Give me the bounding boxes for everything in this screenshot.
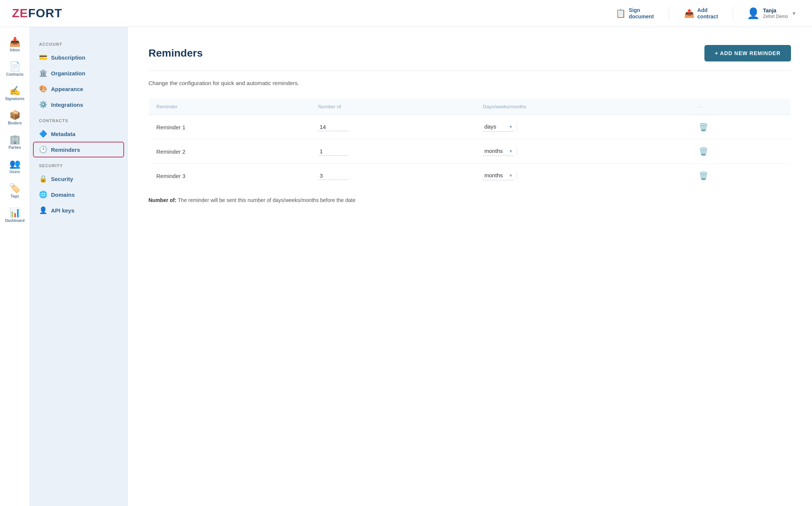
delete-reminder-1-button[interactable]: 🗑️ bbox=[697, 121, 710, 133]
metadata-label: Metadata bbox=[51, 131, 75, 137]
reminder-1-period-cell: days weeks months ▾ bbox=[475, 115, 690, 139]
reminder-2-period-cell: days weeks months ▾ bbox=[475, 139, 690, 164]
security-section-title: SECURITY bbox=[30, 157, 127, 171]
user-name: Tanja bbox=[763, 7, 788, 14]
reminder-2-number-cell bbox=[311, 139, 475, 164]
reminder-1-actions: 🗑️ bbox=[690, 115, 791, 139]
reminders-label: Reminders bbox=[51, 147, 80, 153]
reminder-3-period-cell: days weeks months ▾ bbox=[475, 164, 690, 188]
nav-sidebar: ACCOUNT 💳 Subscription 🏛️ Organization 🎨… bbox=[30, 27, 127, 506]
sidebar-item-inbox[interactable]: 📥 Inbox bbox=[2, 33, 28, 56]
subscription-label: Subscription bbox=[51, 54, 85, 61]
organization-label: Organization bbox=[51, 70, 85, 76]
sidebar-item-parties[interactable]: 🏢 Parties bbox=[2, 130, 28, 153]
reminder-1-number-cell bbox=[311, 115, 475, 139]
organization-icon: 🏛️ bbox=[39, 69, 47, 77]
th-number-of: Number of bbox=[311, 99, 475, 115]
reminder-2-label: Reminder 2 bbox=[149, 139, 311, 164]
delete-reminder-2-button[interactable]: 🗑️ bbox=[697, 145, 710, 157]
delete-reminder-3-button[interactable]: 🗑️ bbox=[697, 170, 710, 182]
integrations-icon: ⚙️ bbox=[39, 100, 47, 109]
reminders-icon: 🕐 bbox=[39, 145, 47, 154]
reminder-3-actions: 🗑️ bbox=[690, 164, 791, 188]
domains-icon: 🌐 bbox=[39, 190, 47, 199]
tags-icon: 🏷️ bbox=[9, 183, 21, 193]
sidebar-item-tags[interactable]: 🏷️ Tags bbox=[2, 179, 28, 202]
add-new-reminder-button[interactable]: + ADD NEW REMINDER bbox=[704, 45, 791, 61]
reminder-3-number-cell bbox=[311, 164, 475, 188]
subscription-icon: 💳 bbox=[39, 53, 47, 61]
topnav-actions: 📋 Signdocument 📤 Addcontract 👤 Tanja Zef… bbox=[610, 4, 800, 23]
period-divider-1 bbox=[517, 123, 517, 132]
table-row: Reminder 1 days weeks months bbox=[149, 115, 791, 139]
dashboard-icon: 📊 bbox=[9, 207, 21, 218]
user-org: Zefort Demo bbox=[763, 14, 788, 20]
contracts-section-title: CONTRACTS bbox=[30, 112, 127, 126]
footer-note: Number of: The reminder will be sent thi… bbox=[148, 197, 791, 203]
dashboard-label: Dashboard bbox=[5, 219, 24, 223]
inbox-label: Inbox bbox=[10, 48, 20, 52]
footer-note-bold: Number of: bbox=[148, 197, 177, 203]
nav-item-domains[interactable]: 🌐 Domains bbox=[30, 187, 127, 202]
reminder-1-number-input[interactable] bbox=[318, 123, 348, 131]
nav-item-metadata[interactable]: 🔷 Metadata bbox=[30, 126, 127, 142]
th-actions: ··· bbox=[690, 99, 791, 115]
nav-item-integrations[interactable]: ⚙️ Integrations bbox=[30, 97, 127, 112]
reminders-table: Reminder Number of Days/weeks/months ···… bbox=[148, 98, 791, 188]
nav-item-organization[interactable]: 🏛️ Organization bbox=[30, 65, 127, 81]
nav-item-reminders[interactable]: 🕐 Reminders bbox=[33, 142, 124, 157]
nav-item-subscription[interactable]: 💳 Subscription bbox=[30, 49, 127, 65]
reminder-2-period-select[interactable]: days weeks months bbox=[483, 147, 514, 155]
main-header: Reminders + ADD NEW REMINDER bbox=[148, 45, 791, 61]
period-divider-3 bbox=[517, 171, 517, 180]
add-contract-button[interactable]: 📤 Addcontract bbox=[678, 4, 724, 23]
header-divider bbox=[148, 70, 791, 71]
parties-icon: 🏢 bbox=[9, 134, 21, 145]
signatures-label: Signatures bbox=[5, 97, 25, 101]
nav-item-appearance[interactable]: 🎨 Appearance bbox=[30, 81, 127, 97]
signatures-icon: ✍️ bbox=[9, 85, 21, 96]
sign-document-label: Signdocument bbox=[629, 7, 654, 20]
metadata-icon: 🔷 bbox=[39, 130, 47, 138]
sidebar-item-contracts[interactable]: 📄 Contracts bbox=[2, 57, 28, 80]
sidebar-item-users[interactable]: 👥 Users bbox=[2, 155, 28, 178]
sidebar-item-dashboard[interactable]: 📊 Dashboard bbox=[2, 204, 28, 226]
tags-label: Tags bbox=[10, 194, 19, 198]
th-days-weeks-months: Days/weeks/months bbox=[475, 99, 690, 115]
sidebar-item-signatures[interactable]: ✍️ Signatures bbox=[2, 82, 28, 105]
logo-fort: FORT bbox=[28, 6, 62, 20]
domains-label: Domains bbox=[51, 192, 75, 198]
reminder-1-label: Reminder 1 bbox=[149, 115, 311, 139]
nav-item-security[interactable]: 🔒 Security bbox=[30, 171, 127, 187]
table-row: Reminder 2 days weeks months bbox=[149, 139, 791, 164]
binders-label: Binders bbox=[8, 121, 22, 125]
sign-document-icon: 📋 bbox=[616, 9, 626, 18]
topnav-divider-2 bbox=[733, 6, 733, 21]
chevron-down-icon: ▾ bbox=[793, 10, 796, 17]
reminder-3-label: Reminder 3 bbox=[149, 164, 311, 188]
parties-label: Parties bbox=[9, 145, 21, 150]
page-title: Reminders bbox=[148, 47, 203, 59]
appearance-icon: 🎨 bbox=[39, 85, 47, 93]
subtitle: Change the configuration for quick and a… bbox=[148, 80, 791, 86]
contracts-icon: 📄 bbox=[9, 61, 21, 72]
sign-document-button[interactable]: 📋 Signdocument bbox=[610, 4, 660, 23]
add-contract-icon: 📤 bbox=[684, 9, 694, 18]
reminder-3-number-input[interactable] bbox=[318, 172, 348, 180]
period-divider-2 bbox=[517, 147, 517, 156]
nav-item-api-keys[interactable]: 👤 API keys bbox=[30, 202, 127, 218]
reminder-3-period-wrapper: days weeks months ▾ bbox=[483, 171, 514, 180]
reminder-3-period-select[interactable]: days weeks months bbox=[483, 171, 514, 179]
reminder-1-period-select[interactable]: days weeks months bbox=[483, 123, 514, 130]
table-header: Reminder Number of Days/weeks/months ··· bbox=[149, 99, 791, 115]
sidebar-item-binders[interactable]: 📦 Binders bbox=[2, 106, 28, 129]
user-info: Tanja Zefort Demo bbox=[763, 7, 788, 20]
appearance-label: Appearance bbox=[51, 86, 83, 92]
inbox-icon: 📥 bbox=[9, 37, 21, 47]
main-content: Reminders + ADD NEW REMINDER Change the … bbox=[127, 27, 812, 506]
topnav: ZEFORT 📋 Signdocument 📤 Addcontract 👤 Ta… bbox=[0, 0, 812, 27]
icon-sidebar: 📥 Inbox 📄 Contracts ✍️ Signatures 📦 Bind… bbox=[0, 27, 30, 506]
binders-icon: 📦 bbox=[9, 110, 21, 120]
user-menu[interactable]: 👤 Tanja Zefort Demo ▾ bbox=[742, 4, 800, 23]
reminder-2-number-input[interactable] bbox=[318, 147, 348, 156]
